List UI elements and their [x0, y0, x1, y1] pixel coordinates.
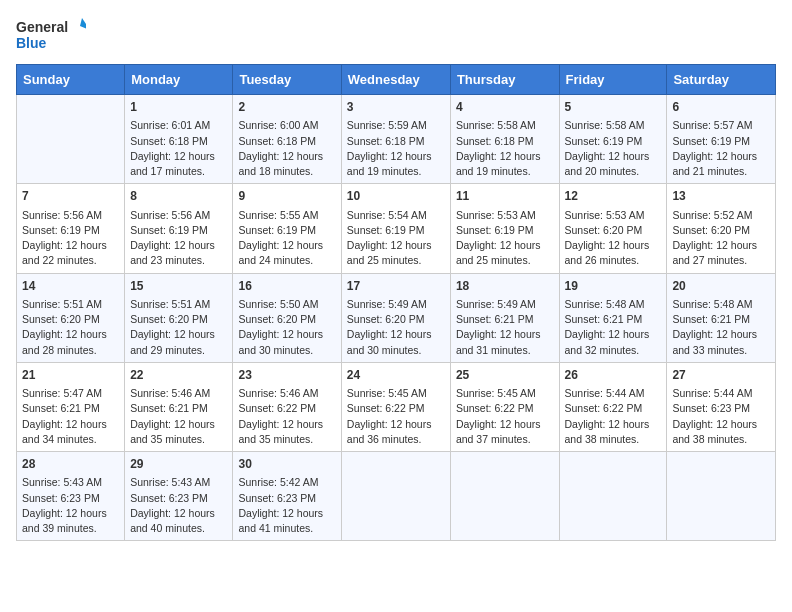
day-number: 6: [672, 99, 770, 116]
calendar-cell: 3Sunrise: 5:59 AM Sunset: 6:18 PM Daylig…: [341, 95, 450, 184]
day-number: 20: [672, 278, 770, 295]
calendar-cell: [17, 95, 125, 184]
calendar-cell: 24Sunrise: 5:45 AM Sunset: 6:22 PM Dayli…: [341, 362, 450, 451]
day-number: 30: [238, 456, 335, 473]
day-number: 28: [22, 456, 119, 473]
calendar-cell: 25Sunrise: 5:45 AM Sunset: 6:22 PM Dayli…: [450, 362, 559, 451]
calendar-cell: 18Sunrise: 5:49 AM Sunset: 6:21 PM Dayli…: [450, 273, 559, 362]
calendar-cell: 14Sunrise: 5:51 AM Sunset: 6:20 PM Dayli…: [17, 273, 125, 362]
cell-content: Sunrise: 5:49 AM Sunset: 6:21 PM Dayligh…: [456, 297, 554, 358]
header-row: SundayMondayTuesdayWednesdayThursdayFrid…: [17, 65, 776, 95]
calendar-cell: 5Sunrise: 5:58 AM Sunset: 6:19 PM Daylig…: [559, 95, 667, 184]
cell-content: Sunrise: 5:58 AM Sunset: 6:18 PM Dayligh…: [456, 118, 554, 179]
calendar-cell: 7Sunrise: 5:56 AM Sunset: 6:19 PM Daylig…: [17, 184, 125, 273]
day-number: 3: [347, 99, 445, 116]
header-cell-friday: Friday: [559, 65, 667, 95]
calendar-cell: 12Sunrise: 5:53 AM Sunset: 6:20 PM Dayli…: [559, 184, 667, 273]
day-number: 18: [456, 278, 554, 295]
calendar-cell: 27Sunrise: 5:44 AM Sunset: 6:23 PM Dayli…: [667, 362, 776, 451]
calendar-cell: [341, 452, 450, 541]
cell-content: Sunrise: 5:47 AM Sunset: 6:21 PM Dayligh…: [22, 386, 119, 447]
calendar-cell: 30Sunrise: 5:42 AM Sunset: 6:23 PM Dayli…: [233, 452, 341, 541]
cell-content: Sunrise: 5:48 AM Sunset: 6:21 PM Dayligh…: [565, 297, 662, 358]
calendar-cell: 8Sunrise: 5:56 AM Sunset: 6:19 PM Daylig…: [125, 184, 233, 273]
calendar-cell: 22Sunrise: 5:46 AM Sunset: 6:21 PM Dayli…: [125, 362, 233, 451]
logo: General Blue: [16, 16, 86, 52]
calendar-cell: 28Sunrise: 5:43 AM Sunset: 6:23 PM Dayli…: [17, 452, 125, 541]
svg-text:General: General: [16, 19, 68, 35]
week-row-1: 1Sunrise: 6:01 AM Sunset: 6:18 PM Daylig…: [17, 95, 776, 184]
calendar-cell: 21Sunrise: 5:47 AM Sunset: 6:21 PM Dayli…: [17, 362, 125, 451]
day-number: 26: [565, 367, 662, 384]
calendar-cell: 2Sunrise: 6:00 AM Sunset: 6:18 PM Daylig…: [233, 95, 341, 184]
calendar-table: SundayMondayTuesdayWednesdayThursdayFrid…: [16, 64, 776, 541]
calendar-cell: 10Sunrise: 5:54 AM Sunset: 6:19 PM Dayli…: [341, 184, 450, 273]
week-row-2: 7Sunrise: 5:56 AM Sunset: 6:19 PM Daylig…: [17, 184, 776, 273]
calendar-cell: 13Sunrise: 5:52 AM Sunset: 6:20 PM Dayli…: [667, 184, 776, 273]
calendar-cell: 11Sunrise: 5:53 AM Sunset: 6:19 PM Dayli…: [450, 184, 559, 273]
calendar-cell: 16Sunrise: 5:50 AM Sunset: 6:20 PM Dayli…: [233, 273, 341, 362]
calendar-cell: 20Sunrise: 5:48 AM Sunset: 6:21 PM Dayli…: [667, 273, 776, 362]
calendar-cell: 23Sunrise: 5:46 AM Sunset: 6:22 PM Dayli…: [233, 362, 341, 451]
calendar-cell: 15Sunrise: 5:51 AM Sunset: 6:20 PM Dayli…: [125, 273, 233, 362]
day-number: 27: [672, 367, 770, 384]
day-number: 10: [347, 188, 445, 205]
svg-marker-2: [80, 18, 86, 30]
cell-content: Sunrise: 5:43 AM Sunset: 6:23 PM Dayligh…: [130, 475, 227, 536]
week-row-3: 14Sunrise: 5:51 AM Sunset: 6:20 PM Dayli…: [17, 273, 776, 362]
cell-content: Sunrise: 5:45 AM Sunset: 6:22 PM Dayligh…: [347, 386, 445, 447]
cell-content: Sunrise: 5:49 AM Sunset: 6:20 PM Dayligh…: [347, 297, 445, 358]
header-cell-wednesday: Wednesday: [341, 65, 450, 95]
cell-content: Sunrise: 5:44 AM Sunset: 6:23 PM Dayligh…: [672, 386, 770, 447]
day-number: 12: [565, 188, 662, 205]
calendar-cell: [667, 452, 776, 541]
day-number: 17: [347, 278, 445, 295]
cell-content: Sunrise: 6:00 AM Sunset: 6:18 PM Dayligh…: [238, 118, 335, 179]
cell-content: Sunrise: 5:46 AM Sunset: 6:21 PM Dayligh…: [130, 386, 227, 447]
cell-content: Sunrise: 5:52 AM Sunset: 6:20 PM Dayligh…: [672, 208, 770, 269]
day-number: 23: [238, 367, 335, 384]
day-number: 29: [130, 456, 227, 473]
calendar-cell: 1Sunrise: 6:01 AM Sunset: 6:18 PM Daylig…: [125, 95, 233, 184]
cell-content: Sunrise: 5:50 AM Sunset: 6:20 PM Dayligh…: [238, 297, 335, 358]
header-cell-monday: Monday: [125, 65, 233, 95]
day-number: 15: [130, 278, 227, 295]
cell-content: Sunrise: 6:01 AM Sunset: 6:18 PM Dayligh…: [130, 118, 227, 179]
cell-content: Sunrise: 5:48 AM Sunset: 6:21 PM Dayligh…: [672, 297, 770, 358]
day-number: 19: [565, 278, 662, 295]
calendar-cell: 29Sunrise: 5:43 AM Sunset: 6:23 PM Dayli…: [125, 452, 233, 541]
cell-content: Sunrise: 5:56 AM Sunset: 6:19 PM Dayligh…: [130, 208, 227, 269]
header-cell-saturday: Saturday: [667, 65, 776, 95]
calendar-cell: 6Sunrise: 5:57 AM Sunset: 6:19 PM Daylig…: [667, 95, 776, 184]
cell-content: Sunrise: 5:57 AM Sunset: 6:19 PM Dayligh…: [672, 118, 770, 179]
header: General Blue: [16, 16, 776, 52]
svg-text:Blue: Blue: [16, 35, 47, 51]
cell-content: Sunrise: 5:56 AM Sunset: 6:19 PM Dayligh…: [22, 208, 119, 269]
day-number: 24: [347, 367, 445, 384]
week-row-5: 28Sunrise: 5:43 AM Sunset: 6:23 PM Dayli…: [17, 452, 776, 541]
calendar-cell: 26Sunrise: 5:44 AM Sunset: 6:22 PM Dayli…: [559, 362, 667, 451]
calendar-header: SundayMondayTuesdayWednesdayThursdayFrid…: [17, 65, 776, 95]
cell-content: Sunrise: 5:58 AM Sunset: 6:19 PM Dayligh…: [565, 118, 662, 179]
cell-content: Sunrise: 5:51 AM Sunset: 6:20 PM Dayligh…: [22, 297, 119, 358]
header-cell-tuesday: Tuesday: [233, 65, 341, 95]
day-number: 8: [130, 188, 227, 205]
calendar-cell: 4Sunrise: 5:58 AM Sunset: 6:18 PM Daylig…: [450, 95, 559, 184]
calendar-cell: [450, 452, 559, 541]
day-number: 11: [456, 188, 554, 205]
cell-content: Sunrise: 5:55 AM Sunset: 6:19 PM Dayligh…: [238, 208, 335, 269]
cell-content: Sunrise: 5:54 AM Sunset: 6:19 PM Dayligh…: [347, 208, 445, 269]
cell-content: Sunrise: 5:42 AM Sunset: 6:23 PM Dayligh…: [238, 475, 335, 536]
day-number: 21: [22, 367, 119, 384]
day-number: 5: [565, 99, 662, 116]
day-number: 4: [456, 99, 554, 116]
day-number: 22: [130, 367, 227, 384]
cell-content: Sunrise: 5:53 AM Sunset: 6:19 PM Dayligh…: [456, 208, 554, 269]
day-number: 1: [130, 99, 227, 116]
cell-content: Sunrise: 5:45 AM Sunset: 6:22 PM Dayligh…: [456, 386, 554, 447]
cell-content: Sunrise: 5:59 AM Sunset: 6:18 PM Dayligh…: [347, 118, 445, 179]
day-number: 16: [238, 278, 335, 295]
day-number: 2: [238, 99, 335, 116]
cell-content: Sunrise: 5:44 AM Sunset: 6:22 PM Dayligh…: [565, 386, 662, 447]
calendar-body: 1Sunrise: 6:01 AM Sunset: 6:18 PM Daylig…: [17, 95, 776, 541]
